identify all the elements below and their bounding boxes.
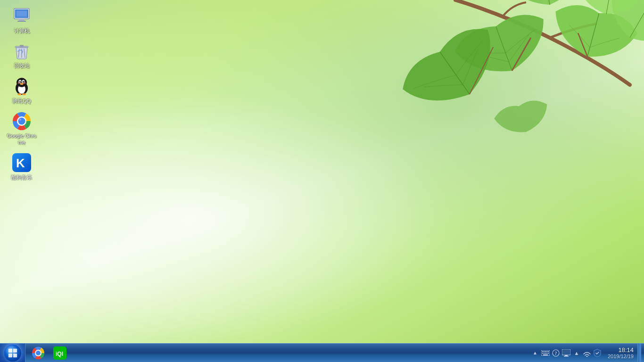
svg-point-31 (18, 117, 25, 124)
svg-rect-10 (20, 45, 24, 47)
svg-rect-44 (542, 351, 543, 352)
svg-rect-38 (13, 353, 17, 357)
svg-rect-5 (19, 19, 25, 21)
security-tray-icon[interactable] (593, 348, 602, 358)
computer-icon (12, 7, 31, 25)
svg-text:iQI: iQI (56, 351, 63, 357)
kugou-icon: K (12, 153, 31, 172)
svg-point-61 (586, 355, 587, 357)
svg-rect-52 (546, 353, 547, 354)
taskbar: iQI ▲ (0, 343, 644, 362)
system-clock[interactable]: 18:14 2019/12/19 (604, 344, 637, 362)
chrome-icon (12, 112, 31, 131)
svg-rect-6 (17, 21, 26, 22)
desktop: 计算机 回收站 (0, 0, 644, 362)
svg-point-40 (36, 351, 41, 355)
system-tray: ▲ (526, 344, 644, 362)
clock-time: 18:14 (618, 346, 634, 354)
svg-rect-50 (544, 353, 545, 354)
chrome-icon-label: Google Chrome (7, 132, 37, 146)
svg-point-22 (20, 81, 21, 81)
display-tray-icon[interactable] (561, 348, 571, 358)
svg-rect-51 (545, 353, 546, 354)
desktop-icon-chrome[interactable]: Google Chrome (5, 110, 39, 148)
keyboard-tray-icon[interactable] (541, 348, 550, 358)
qq-icon (12, 77, 31, 96)
network-tray-icon[interactable] (582, 348, 592, 358)
desktop-icons: 计算机 回收站 (5, 5, 39, 183)
qq-icon-label: 腾讯QQ (12, 98, 31, 104)
start-orb (4, 345, 21, 362)
svg-rect-37 (8, 353, 12, 357)
wallpaper (0, 0, 644, 362)
desktop-icon-recycle[interactable]: 回收站 (5, 40, 39, 71)
svg-point-27 (17, 93, 21, 95)
taskbar-pinned-items: iQI (25, 344, 73, 362)
svg-rect-60 (564, 356, 569, 357)
desktop-icon-qq[interactable]: 腾讯QQ (5, 75, 39, 106)
clock-date: 2019/12/19 (608, 354, 634, 359)
svg-point-23 (24, 81, 24, 81)
svg-point-25 (18, 82, 20, 83)
svg-rect-59 (565, 355, 568, 356)
tray-expand-button[interactable]: ▲ (530, 348, 540, 358)
kugou-icon-label: 酷狗音乐 (11, 174, 32, 181)
svg-rect-58 (563, 350, 570, 354)
svg-rect-45 (544, 351, 545, 352)
svg-rect-47 (546, 351, 547, 352)
taskbar-pin-chrome[interactable] (28, 345, 49, 362)
svg-rect-53 (548, 353, 549, 354)
recycle-icon-label: 回收站 (14, 62, 30, 69)
svg-rect-48 (548, 351, 549, 352)
show-desktop-button[interactable] (637, 344, 641, 362)
svg-rect-54 (543, 354, 548, 355)
tray-icons: ▲ (528, 348, 604, 358)
svg-rect-8 (17, 11, 27, 16)
svg-text:?: ? (554, 351, 557, 356)
svg-point-28 (22, 93, 26, 95)
help-tray-icon[interactable]: ? (551, 348, 561, 358)
svg-point-24 (20, 83, 24, 85)
desktop-icon-kugou[interactable]: K 酷狗音乐 (5, 151, 39, 182)
start-button[interactable] (0, 344, 25, 362)
svg-rect-46 (545, 351, 546, 352)
recycle-icon (12, 41, 31, 60)
taskbar-pin-iqiyi[interactable]: iQI (50, 345, 70, 362)
svg-rect-35 (8, 348, 12, 352)
chevron-up-icon[interactable]: ▲ (572, 348, 581, 358)
svg-rect-36 (13, 348, 17, 352)
svg-point-32 (19, 119, 21, 121)
svg-text:K: K (16, 156, 25, 170)
desktop-icon-computer[interactable]: 计算机 (5, 5, 39, 36)
svg-rect-49 (542, 353, 543, 354)
computer-icon-label: 计算机 (14, 27, 30, 34)
svg-point-26 (24, 82, 26, 83)
